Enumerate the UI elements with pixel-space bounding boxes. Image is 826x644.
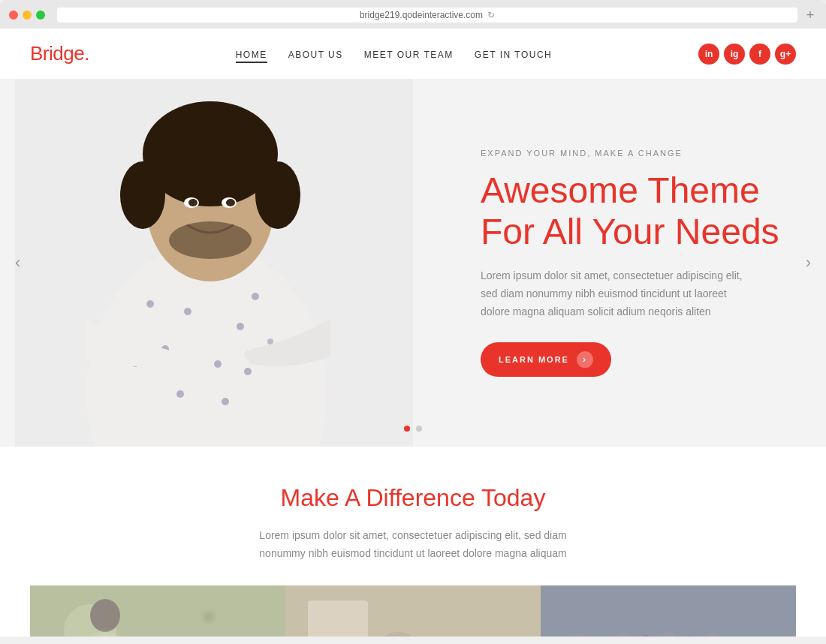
- image-1-svg: [30, 585, 285, 636]
- image-3: [541, 585, 796, 636]
- nav-links: HOME ABOUT US MEET OUR TEAM GET IN TOUCH: [236, 47, 553, 61]
- svg-point-3: [184, 308, 191, 315]
- hero-section: ‹ › EXPAND YOUR MIND, MAKE A CHANGE Awes…: [0, 79, 826, 447]
- hero-photo-bg: [15, 79, 413, 447]
- svg-point-9: [244, 368, 252, 375]
- hero-subtitle: EXPAND YOUR MIND, MAKE A CHANGE: [481, 149, 796, 158]
- learn-more-button[interactable]: LEARN MORE ›: [481, 342, 611, 377]
- nav-link-home[interactable]: HOME: [236, 50, 267, 63]
- carousel-next-button[interactable]: ›: [798, 245, 818, 280]
- traffic-lights: [9, 11, 45, 20]
- svg-point-25: [64, 604, 116, 636]
- hero-person-svg: [15, 79, 413, 447]
- hero-content: EXPAND YOUR MIND, MAKE A CHANGE Awesome …: [481, 149, 796, 377]
- svg-point-22: [226, 199, 235, 206]
- social-icons: in ig f g+: [698, 44, 796, 65]
- svg-point-10: [176, 390, 184, 398]
- new-tab-button[interactable]: +: [803, 8, 817, 22]
- minimize-button[interactable]: [23, 11, 32, 20]
- hero-image: [15, 79, 413, 447]
- image-card-3: [541, 585, 796, 636]
- nav-item-home[interactable]: HOME: [236, 47, 267, 61]
- svg-rect-33: [541, 585, 796, 636]
- image-cards: [30, 585, 796, 636]
- image-2: [285, 585, 541, 636]
- svg-point-18: [255, 161, 300, 229]
- image-card-1: [30, 585, 285, 636]
- close-button[interactable]: [9, 11, 18, 20]
- nav-link-about[interactable]: ABOUT US: [288, 50, 343, 60]
- social-facebook[interactable]: f: [749, 44, 770, 65]
- svg-rect-30: [308, 600, 368, 636]
- arrow-icon: ›: [577, 351, 593, 368]
- social-instagram[interactable]: ig: [724, 44, 745, 65]
- nav-item-team[interactable]: MEET OUR TEAM: [364, 47, 454, 61]
- carousel-dots: [404, 426, 422, 432]
- image-card-2: [285, 585, 541, 636]
- maximize-button[interactable]: [36, 11, 45, 20]
- navbar: Bridge. HOME ABOUT US MEET OUR TEAM GET …: [0, 29, 826, 79]
- refresh-icon[interactable]: ↻: [487, 10, 495, 20]
- svg-point-17: [120, 161, 165, 229]
- svg-point-23: [169, 221, 252, 259]
- browser-window: bridge219.qodeinteractive.com ↻ +: [0, 0, 826, 29]
- svg-point-5: [237, 323, 244, 330]
- section-title: Make A Difference Today: [30, 484, 796, 512]
- nav-item-contact[interactable]: GET IN TOUCH: [475, 47, 552, 61]
- nav-link-team[interactable]: MEET OUR TEAM: [364, 50, 454, 60]
- learn-more-label: LEARN MORE: [499, 355, 569, 364]
- section-description: Lorem ipsum dolor sit amet, consectetuer…: [255, 527, 571, 563]
- svg-point-6: [146, 300, 154, 308]
- main-section: Make A Difference Today Lorem ipsum dolo…: [0, 447, 826, 636]
- browser-top-bar: bridge219.qodeinteractive.com ↻ +: [0, 8, 826, 29]
- nav-item-about[interactable]: ABOUT US: [288, 47, 343, 61]
- svg-rect-24: [30, 585, 285, 636]
- svg-point-8: [252, 293, 259, 300]
- carousel-dot-2[interactable]: [416, 426, 422, 432]
- image-1: [30, 585, 285, 636]
- social-linkedin[interactable]: in: [698, 44, 719, 65]
- image-3-svg: [541, 585, 796, 636]
- website-content: Bridge. HOME ABOUT US MEET OUR TEAM GET …: [0, 29, 826, 636]
- carousel-dot-1[interactable]: [404, 426, 410, 432]
- address-bar[interactable]: bridge219.qodeinteractive.com ↻: [57, 8, 797, 23]
- svg-point-11: [222, 398, 229, 405]
- site-logo[interactable]: Bridge.: [30, 42, 89, 65]
- svg-point-4: [214, 360, 222, 368]
- image-2-svg: [285, 585, 541, 636]
- hero-title: Awesome Theme For All Your Needs: [481, 170, 796, 252]
- hero-description: Lorem ipsum dolor sit amet, consectetuer…: [481, 267, 743, 320]
- svg-point-21: [188, 199, 197, 206]
- svg-point-13: [267, 339, 273, 345]
- svg-point-28: [90, 599, 120, 632]
- social-googleplus[interactable]: g+: [775, 44, 796, 65]
- url-text: bridge219.qodeinteractive.com: [360, 10, 483, 20]
- nav-link-contact[interactable]: GET IN TOUCH: [475, 50, 552, 60]
- carousel-prev-button[interactable]: ‹: [8, 245, 28, 280]
